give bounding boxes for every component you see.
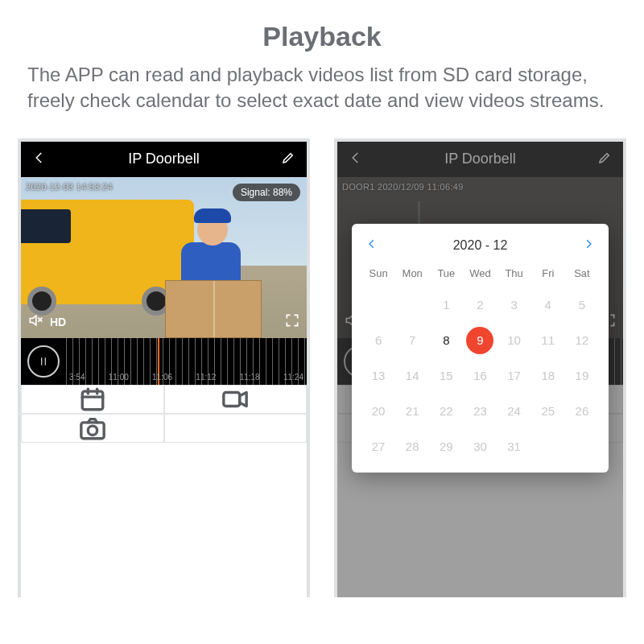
calendar-day[interactable]: 15 xyxy=(429,358,463,394)
calendar-day[interactable]: 4 xyxy=(531,287,565,323)
calendar-day[interactable]: 10 xyxy=(497,323,531,358)
phone-left: IP Doorbell 2020-12-03 14:53:24 Signal: … xyxy=(18,138,310,597)
record-button[interactable] xyxy=(164,385,308,414)
empty-cell xyxy=(164,414,308,443)
calendar-day[interactable]: 30 xyxy=(463,429,497,464)
calendar-day[interactable]: 25 xyxy=(531,394,565,429)
calendar-day[interactable]: 12 xyxy=(565,323,599,358)
calendar-button[interactable] xyxy=(21,385,164,414)
calendar-day[interactable]: 14 xyxy=(395,358,429,394)
calendar-day xyxy=(531,429,565,464)
calendar-modal: 2020 - 12 SunMonTueWedThuFriSat 12345678… xyxy=(352,224,609,473)
calendar-day[interactable]: 24 xyxy=(497,394,531,429)
fullscreen-icon[interactable] xyxy=(284,312,300,332)
hd-badge[interactable]: HD xyxy=(50,316,66,328)
calendar-day xyxy=(565,429,599,464)
calendar-day[interactable]: 1 xyxy=(429,287,463,323)
calendar-day[interactable]: 8 xyxy=(429,323,463,358)
calendar-day[interactable]: 3 xyxy=(497,287,531,323)
calendar-day[interactable]: 28 xyxy=(395,429,429,464)
svg-marker-9 xyxy=(240,392,247,406)
phone-right: IP Doorbell DOOR1 2020/12/09 11:06:49 xyxy=(334,138,626,597)
svg-rect-4 xyxy=(82,391,103,410)
prev-month-icon[interactable] xyxy=(366,238,378,253)
calendar-day[interactable]: 31 xyxy=(497,429,531,464)
calendar-day xyxy=(361,287,395,323)
page-description: The APP can read and playback videos lis… xyxy=(0,52,644,114)
svg-rect-8 xyxy=(224,392,240,406)
calendar-day[interactable]: 22 xyxy=(429,394,463,429)
video-timestamp: 2020-12-03 14:53:24 xyxy=(26,182,113,192)
calendar-day[interactable]: 5 xyxy=(565,287,599,323)
action-grid xyxy=(21,385,307,443)
timeline[interactable]: 3:54 11:00 11:06 11:12 11:18 11:24 xyxy=(21,338,307,385)
video-preview[interactable]: 2020-12-03 14:53:24 Signal: 88% HD xyxy=(21,177,307,338)
mute-icon[interactable] xyxy=(27,312,43,332)
page-title: Playback xyxy=(0,0,644,52)
calendar-day[interactable]: 26 xyxy=(565,394,599,429)
calendar-month-label: 2020 - 12 xyxy=(453,238,508,253)
calendar-day[interactable]: 18 xyxy=(531,358,565,394)
calendar-day-grid: 1234567891011121314151617181920212223242… xyxy=(361,287,599,464)
signal-badge: Signal: 88% xyxy=(233,184,300,201)
calendar-day[interactable]: 20 xyxy=(361,394,395,429)
calendar-day xyxy=(395,287,429,323)
calendar-day[interactable]: 13 xyxy=(361,358,395,394)
calendar-day[interactable]: 11 xyxy=(531,323,565,358)
back-icon[interactable] xyxy=(32,151,47,168)
calendar-day[interactable]: 21 xyxy=(395,394,429,429)
svg-point-11 xyxy=(88,426,97,435)
calendar-day[interactable]: 23 xyxy=(463,394,497,429)
edit-icon[interactable] xyxy=(281,151,295,168)
app-header: IP Doorbell xyxy=(21,142,307,177)
calendar-day[interactable]: 17 xyxy=(497,358,531,394)
tick-labels: 3:54 11:00 11:06 11:12 11:18 11:24 xyxy=(66,373,307,382)
pause-button[interactable] xyxy=(27,345,60,378)
calendar-day[interactable]: 29 xyxy=(429,429,463,464)
snapshot-button[interactable] xyxy=(21,414,164,443)
calendar-day[interactable]: 19 xyxy=(565,358,599,394)
next-month-icon[interactable] xyxy=(583,238,594,253)
calendar-day[interactable]: 7 xyxy=(395,323,429,358)
header-title: IP Doorbell xyxy=(128,151,200,167)
calendar-day[interactable]: 6 xyxy=(361,323,395,358)
calendar-day[interactable]: 16 xyxy=(463,358,497,394)
calendar-dow-row: SunMonTueWedThuFriSat xyxy=(361,262,599,287)
calendar-day[interactable]: 27 xyxy=(361,429,395,464)
calendar-day[interactable]: 2 xyxy=(463,287,497,323)
calendar-day[interactable]: 9 xyxy=(466,327,493,354)
